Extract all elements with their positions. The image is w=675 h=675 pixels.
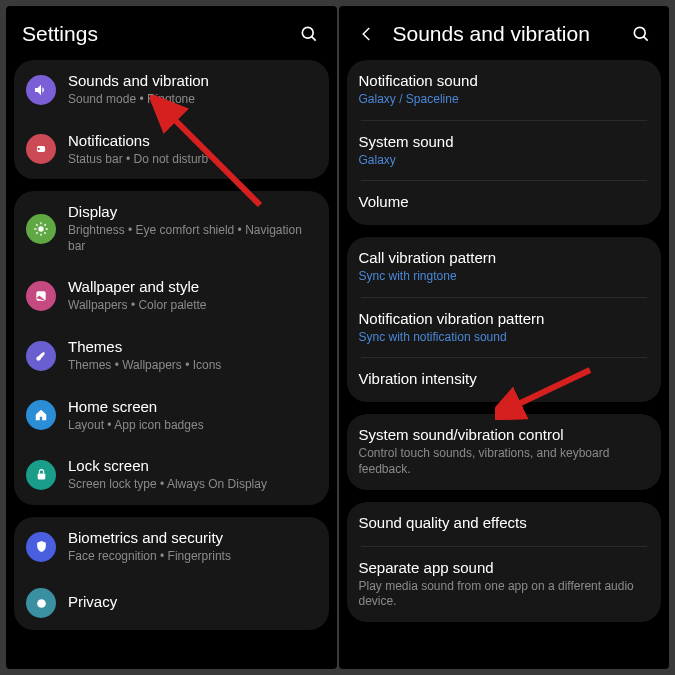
page-title: Sounds and vibration (393, 22, 630, 46)
item-subtitle: Themes • Wallpapers • Icons (68, 358, 317, 374)
settings-group: System sound/vibration control Control t… (347, 414, 662, 489)
item-subtitle: Control touch sounds, vibrations, and ke… (359, 446, 650, 477)
settings-group: Call vibration pattern Sync with rington… (347, 237, 662, 402)
header: Sounds and vibration (339, 6, 670, 60)
svg-line-10 (44, 232, 45, 233)
settings-group: Sound quality and effects Separate app s… (347, 502, 662, 622)
item-sound-quality[interactable]: Sound quality and effects (347, 502, 662, 546)
sounds-vibration-screen: Sounds and vibration Notification sound … (339, 6, 670, 669)
item-volume[interactable]: Volume (347, 181, 662, 225)
item-vibration-intensity[interactable]: Vibration intensity (347, 358, 662, 402)
item-title: System sound (359, 133, 650, 151)
settings-group: Sounds and vibration Sound mode • Ringto… (14, 60, 329, 179)
item-subtitle: Sync with notification sound (359, 330, 650, 346)
item-separate-app-sound[interactable]: Separate app sound Play media sound from… (347, 547, 662, 622)
item-title: Themes (68, 338, 317, 356)
item-title: Display (68, 203, 317, 221)
home-icon (26, 400, 56, 430)
item-title: Notifications (68, 132, 317, 150)
item-subtitle: Status bar • Do not disturb (68, 152, 317, 168)
shield-icon (26, 532, 56, 562)
svg-point-4 (38, 226, 43, 231)
item-system-sound[interactable]: System sound Galaxy (347, 121, 662, 181)
settings-item-display[interactable]: Display Brightness • Eye comfort shield … (14, 191, 329, 266)
item-title: Sounds and vibration (68, 72, 317, 90)
search-icon (631, 24, 651, 44)
svg-point-16 (634, 27, 645, 38)
sounds-list[interactable]: Notification sound Galaxy / Spaceline Sy… (339, 60, 670, 669)
item-subtitle: Screen lock type • Always On Display (68, 477, 317, 493)
item-call-vibration[interactable]: Call vibration pattern Sync with rington… (347, 237, 662, 297)
item-subtitle: Galaxy / Spaceline (359, 92, 650, 108)
item-subtitle: Layout • App icon badges (68, 418, 317, 434)
settings-item-themes[interactable]: Themes Themes • Wallpapers • Icons (14, 326, 329, 386)
item-subtitle: Sound mode • Ringtone (68, 92, 317, 108)
svg-line-12 (44, 224, 45, 225)
item-title: Volume (359, 193, 650, 211)
brush-icon (26, 341, 56, 371)
item-title: Separate app sound (359, 559, 650, 577)
item-notification-vibration[interactable]: Notification vibration pattern Sync with… (347, 298, 662, 358)
item-subtitle: Sync with ringtone (359, 269, 650, 285)
settings-item-lock-screen[interactable]: Lock screen Screen lock type • Always On… (14, 445, 329, 505)
svg-point-0 (302, 27, 313, 38)
search-button[interactable] (629, 24, 653, 44)
item-subtitle: Galaxy (359, 153, 650, 169)
item-title: Vibration intensity (359, 370, 650, 388)
item-title: Notification vibration pattern (359, 310, 650, 328)
svg-line-17 (644, 37, 648, 41)
wallpaper-icon (26, 281, 56, 311)
item-title: Notification sound (359, 72, 650, 90)
back-button[interactable] (355, 25, 379, 43)
svg-line-9 (36, 224, 37, 225)
item-title: Sound quality and effects (359, 514, 650, 532)
svg-rect-14 (37, 474, 45, 480)
settings-list[interactable]: Sounds and vibration Sound mode • Ringto… (6, 60, 337, 669)
svg-line-1 (311, 37, 315, 41)
settings-item-wallpaper[interactable]: Wallpaper and style Wallpapers • Color p… (14, 266, 329, 326)
svg-point-3 (38, 148, 40, 150)
lock-icon (26, 460, 56, 490)
search-button[interactable] (297, 24, 321, 44)
item-title: Home screen (68, 398, 317, 416)
item-title: Biometrics and security (68, 529, 317, 547)
item-title: System sound/vibration control (359, 426, 650, 444)
settings-item-notifications[interactable]: Notifications Status bar • Do not distur… (14, 120, 329, 180)
privacy-icon (26, 588, 56, 618)
settings-item-home-screen[interactable]: Home screen Layout • App icon badges (14, 386, 329, 446)
item-subtitle: Play media sound from one app on a diffe… (359, 579, 650, 610)
settings-group: Notification sound Galaxy / Spaceline Sy… (347, 60, 662, 225)
settings-group: Display Brightness • Eye comfort shield … (14, 191, 329, 505)
settings-item-sounds[interactable]: Sounds and vibration Sound mode • Ringto… (14, 60, 329, 120)
settings-screen: Settings Sounds and vibration Sound mode… (6, 6, 337, 669)
settings-group: Biometrics and security Face recognition… (14, 517, 329, 631)
svg-point-15 (37, 599, 46, 608)
item-subtitle: Brightness • Eye comfort shield • Naviga… (68, 223, 317, 254)
item-subtitle: Wallpapers • Color palette (68, 298, 317, 314)
settings-item-biometrics[interactable]: Biometrics and security Face recognition… (14, 517, 329, 577)
item-subtitle: Face recognition • Fingerprints (68, 549, 317, 565)
header: Settings (6, 6, 337, 60)
settings-item-privacy[interactable]: Privacy (14, 576, 329, 630)
chevron-left-icon (358, 25, 376, 43)
item-title: Call vibration pattern (359, 249, 650, 267)
svg-line-11 (36, 232, 37, 233)
bell-icon (26, 134, 56, 164)
item-system-sound-vibration[interactable]: System sound/vibration control Control t… (347, 414, 662, 489)
item-title: Lock screen (68, 457, 317, 475)
item-notification-sound[interactable]: Notification sound Galaxy / Spaceline (347, 60, 662, 120)
sun-icon (26, 214, 56, 244)
search-icon (299, 24, 319, 44)
page-title: Settings (22, 22, 297, 46)
item-title: Privacy (68, 593, 317, 611)
item-title: Wallpaper and style (68, 278, 317, 296)
sound-icon (26, 75, 56, 105)
